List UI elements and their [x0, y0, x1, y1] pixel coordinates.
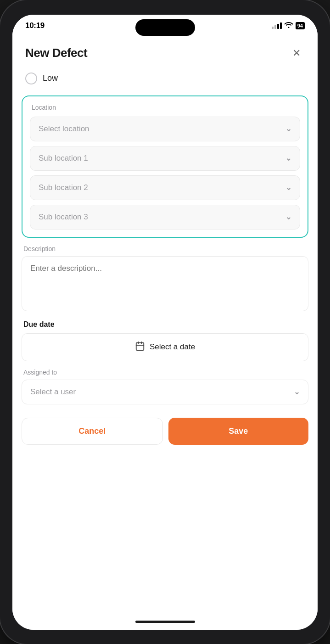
- dynamic-island: [135, 19, 195, 36]
- close-icon: ✕: [292, 47, 301, 59]
- priority-label: Low: [43, 73, 58, 83]
- chevron-down-icon: ⌄: [294, 387, 300, 396]
- signal-icon: [272, 22, 282, 29]
- status-icons: 94: [272, 22, 305, 29]
- svg-rect-0: [136, 342, 144, 350]
- wifi-icon: [285, 22, 293, 29]
- chevron-down-icon: ⌄: [285, 213, 291, 221]
- sub-location-2-dropdown[interactable]: Sub location 2 ⌄: [30, 175, 300, 200]
- footer-buttons: Cancel Save: [12, 412, 318, 454]
- home-indicator: [12, 614, 318, 630]
- phone-screen: 10:19 94 Ne: [12, 15, 318, 630]
- due-date-section: Due date Select a date: [22, 320, 308, 361]
- status-time: 10:19: [25, 21, 45, 30]
- select-location-dropdown[interactable]: Select location ⌄: [30, 117, 300, 141]
- select-date-button[interactable]: Select a date: [22, 333, 308, 361]
- description-label: Description: [22, 245, 308, 252]
- save-button[interactable]: Save: [168, 418, 309, 445]
- assigned-section: Assigned to Select a user ⌄: [22, 369, 308, 404]
- status-bar: 10:19 94: [12, 15, 318, 34]
- select-user-dropdown[interactable]: Select a user ⌄: [22, 380, 308, 404]
- cancel-button[interactable]: Cancel: [22, 418, 163, 445]
- calendar-icon: [135, 341, 145, 353]
- chevron-down-icon: ⌄: [285, 154, 291, 162]
- location-section-label: Location: [30, 104, 300, 111]
- due-date-label: Due date: [22, 320, 308, 329]
- phone-frame: 10:19 94 Ne: [0, 0, 330, 644]
- location-section: Location Select location ⌄ Sub location …: [22, 95, 308, 238]
- home-bar: [135, 621, 195, 623]
- battery-icon: 94: [296, 22, 305, 29]
- modal-title: New Defect: [25, 46, 87, 60]
- sub-location-1-dropdown[interactable]: Sub location 1 ⌄: [30, 146, 300, 171]
- close-button[interactable]: ✕: [288, 45, 305, 62]
- description-section: Description: [22, 245, 308, 313]
- assigned-label: Assigned to: [22, 369, 308, 376]
- modal-header: New Defect ✕: [12, 34, 318, 69]
- sub-location-1-text: Sub location 1: [39, 154, 88, 163]
- description-input[interactable]: [22, 256, 308, 311]
- content-area: New Defect ✕ Low Location Select locatio…: [12, 34, 318, 614]
- sub-location-3-dropdown[interactable]: Sub location 3 ⌄: [30, 205, 300, 230]
- select-date-text: Select a date: [150, 342, 195, 352]
- chevron-down-icon: ⌄: [285, 124, 291, 133]
- priority-radio[interactable]: [25, 73, 37, 84]
- select-location-text: Select location: [39, 124, 89, 134]
- chevron-down-icon: ⌄: [285, 183, 291, 192]
- select-user-text: Select a user: [30, 387, 76, 397]
- priority-row: Low: [12, 69, 318, 92]
- sub-location-3-text: Sub location 3: [39, 213, 88, 222]
- sub-location-2-text: Sub location 2: [39, 183, 88, 192]
